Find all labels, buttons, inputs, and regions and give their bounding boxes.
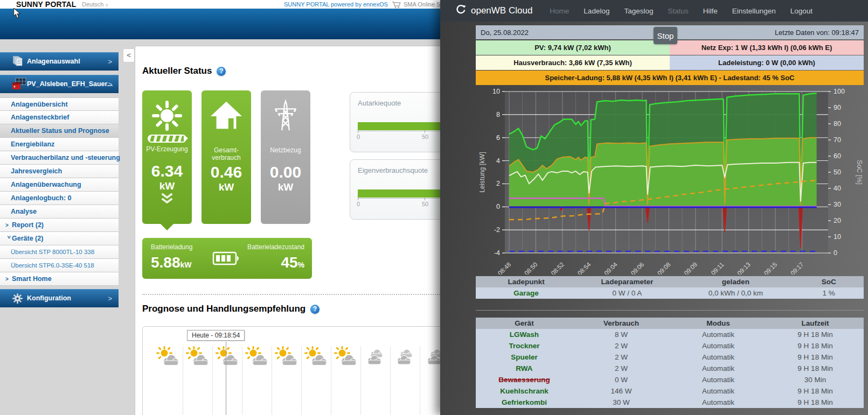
sidebar-item[interactable]: Energiebilanz — [0, 138, 119, 151]
row-cell: Automatik — [670, 353, 767, 361]
gauge-tick-0: 0 — [357, 133, 360, 140]
row-cell: 0 W / 0 A — [577, 289, 677, 297]
nav-item-status[interactable]: Status — [668, 7, 688, 15]
autarky-gauge: Autarkiequote 0 50 — [350, 92, 440, 152]
row-cell: 9 H 18 Min — [767, 398, 864, 406]
row-name-cell[interactable]: Kuehlschrank — [476, 387, 573, 395]
svg-text:2: 2 — [496, 180, 500, 187]
pv-system-icon — [12, 78, 26, 90]
sidebar-item-label: Übersicht STP 8000TL-10 338 — [11, 249, 94, 255]
row-name-cell[interactable]: Trockner — [476, 342, 573, 350]
nav-item-tageslog[interactable]: Tageslog — [624, 7, 653, 15]
sidebar-item[interactable]: >Geräte (2) — [0, 232, 119, 245]
forecast-cell — [213, 346, 242, 415]
sidebar-item[interactable]: >Smart Home — [0, 272, 119, 286]
battery-status-card: Batterieladung Batterieladezustand 5.88k… — [142, 238, 312, 279]
chevron-down-icon: > — [6, 235, 12, 242]
svg-text:09:13: 09:13 — [736, 261, 752, 275]
forecast-cell — [361, 346, 391, 415]
sidebar-item-label: Konfiguration — [27, 294, 71, 302]
row-cell: Automatik — [670, 342, 767, 350]
sidebar-item-label: Geräte (2) — [12, 235, 43, 242]
forecast-cell — [302, 346, 331, 415]
nav-item-hilfe[interactable]: Hilfe — [703, 7, 718, 15]
sidebar-item[interactable]: >Report (2) — [0, 219, 119, 232]
openwb-nav-items: HomeLadelogTageslogStatusHilfeEinstellun… — [550, 7, 813, 15]
sidebar-item[interactable]: Anlagensteckbrief — [0, 111, 119, 124]
row-cell: 0,0 kWh / 0,0 km — [677, 289, 794, 297]
row-cell: 1 % — [794, 289, 864, 297]
svg-text:Leistung [kW]: Leistung [kW] — [478, 152, 486, 193]
mouse-cursor-icon — [13, 8, 21, 21]
sidebar-item[interactable]: Übersicht STP 8000TL-10 338 — [0, 245, 119, 259]
svg-text:09:08: 09:08 — [656, 261, 672, 275]
powered-by-link[interactable]: SUNNY PORTAL powered by ennexOS — [284, 1, 388, 8]
sidebar-item-konfiguration[interactable]: Konfiguration> — [0, 289, 119, 307]
date-label: Do, 25.08.2022 — [481, 29, 529, 37]
svg-text:09:11: 09:11 — [710, 261, 725, 275]
help-icon[interactable]: ? — [310, 305, 320, 314]
plant-list-icon — [12, 55, 24, 67]
svg-text:6: 6 — [496, 134, 500, 142]
sma-online-store-link[interactable]: SMA Online Store — [404, 1, 440, 8]
row-name-cell[interactable]: LGWash — [476, 330, 573, 339]
svg-text:09:09: 09:09 — [683, 261, 698, 275]
autarky-gauge-bar — [358, 122, 440, 130]
sidebar-item-anlagenauswahl[interactable]: Anlagenauswahl> — [0, 52, 119, 71]
openwb-brand[interactable]: openWB Cloud — [455, 4, 532, 18]
table-row: LGWash8 WAutomatik9 H 18 Min — [476, 329, 864, 340]
chevron-right-icon: > — [5, 276, 12, 282]
tile-pv-erzeugung: PV-Erzeugung6.34kW — [142, 90, 192, 224]
battery-icon — [212, 251, 242, 268]
sidebar-item[interactable]: Anlagenübersicht — [0, 97, 119, 111]
sidebar-item[interactable]: Übersicht STP6.0-3SE-40 518 — [0, 259, 119, 272]
sidebar-item-plant[interactable]: PV_Alsleben_EFH_Sauer...> — [0, 75, 119, 93]
chevron-right-icon: > — [108, 80, 112, 88]
openwb-navbar: openWB Cloud HomeLadelogTageslogStatusHi… — [440, 0, 868, 22]
house-icon — [202, 99, 251, 133]
nav-item-logout[interactable]: Logout — [790, 7, 813, 15]
tile-unit: kW — [202, 181, 251, 193]
sidebar-item[interactable]: Verbraucherbilanz und -steuerung — [0, 151, 119, 165]
svg-text:10: 10 — [492, 88, 500, 95]
sidebar-item-label: Smart Home — [12, 275, 52, 283]
row-cell: 30 Min — [767, 376, 864, 384]
sidebar-item[interactable]: Anlagenüberwachung — [0, 178, 119, 192]
table-row: Spueler2 WAutomatik9 H 18 Min — [476, 351, 864, 363]
help-icon[interactable]: ? — [217, 67, 226, 76]
row-name-cell[interactable]: Spueler — [476, 353, 573, 361]
stop-button[interactable]: Stop — [654, 27, 677, 44]
svg-text:08:52: 08:52 — [550, 261, 565, 275]
forecast-cell — [183, 346, 213, 415]
forecast-icon-row — [154, 346, 440, 415]
nav-item-home[interactable]: Home — [550, 7, 569, 15]
svg-text:08:50: 08:50 — [523, 261, 539, 275]
row-name-cell[interactable]: Gefrierkombi — [476, 398, 573, 406]
svg-text:20: 20 — [834, 217, 841, 224]
column-header: SoC — [794, 278, 864, 286]
svg-text:0: 0 — [834, 249, 837, 257]
svg-text:40: 40 — [834, 185, 841, 192]
sidebar-item[interactable]: Jahresvergleich — [0, 165, 119, 178]
sidebar-item[interactable]: Aktueller Status und Prognose — [0, 124, 119, 138]
svg-text:0: 0 — [496, 203, 500, 210]
sidebar-item-label: Anlagensteckbrief — [11, 114, 69, 121]
row-name-cell[interactable]: Bewaesserung — [476, 376, 573, 384]
sidebar-item[interactable]: Analyse — [0, 205, 119, 219]
cloud-icon — [393, 346, 418, 368]
sidebar: Anlagenauswahl>PV_Alsleben_EFH_Sauer...>… — [0, 52, 119, 307]
cloud-icon — [423, 346, 441, 368]
collapse-sidebar-button[interactable]: < — [123, 48, 135, 62]
nav-item-ladelog[interactable]: Ladelog — [584, 7, 609, 15]
row-cell: Automatik — [670, 364, 767, 372]
chevron-down-icon: ∨ — [105, 3, 108, 8]
nav-item-einstellungen[interactable]: Einstellungen — [732, 7, 776, 15]
row-name-cell[interactable]: Garage — [476, 289, 577, 297]
tile-value: 0.46 — [202, 163, 251, 181]
row-name-cell[interactable]: RWA — [476, 364, 573, 372]
chargepoint-table: LadepunktLadeparametergeladenSoCGarage0 … — [476, 276, 864, 299]
sidebar-item[interactable]: Anlagenlogbuch: 0 — [0, 192, 119, 205]
language-dropdown[interactable]: Deutsch∨ — [82, 1, 108, 8]
column-header: Ladepunkt — [476, 278, 577, 286]
forecast-cell — [331, 346, 361, 415]
